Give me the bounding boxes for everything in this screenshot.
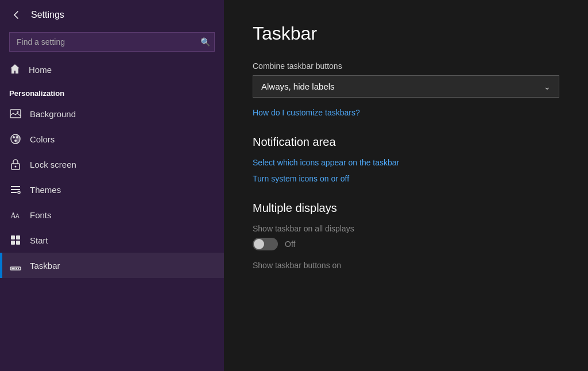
sidebar-item-fonts[interactable]: A A Fonts: [0, 202, 224, 227]
themes-label: Themes: [30, 185, 61, 195]
background-label: Background: [30, 109, 76, 119]
personalization-section-label: Personalization: [0, 83, 224, 101]
search-icon[interactable]: 🔍: [200, 37, 210, 47]
page-title: Taskbar: [253, 23, 559, 44]
sidebar-item-colors[interactable]: Colors: [0, 126, 224, 152]
search-input[interactable]: [9, 32, 215, 52]
fonts-label: Fonts: [30, 210, 52, 220]
colors-label: Colors: [30, 134, 55, 144]
svg-point-3: [13, 136, 15, 138]
multiple-displays-section: Multiple displays Show taskbar on all di…: [253, 202, 559, 270]
taskbar-label: Taskbar: [30, 261, 60, 270]
svg-rect-18: [16, 268, 17, 269]
customize-taskbars-link[interactable]: How do I customize taskbars?: [253, 108, 559, 117]
svg-rect-19: [18, 268, 19, 269]
svg-point-7: [15, 166, 17, 168]
home-icon: [9, 63, 21, 76]
svg-point-8: [18, 191, 20, 194]
start-label: Start: [30, 235, 48, 245]
search-box[interactable]: 🔍: [9, 32, 215, 52]
svg-rect-13: [11, 241, 15, 245]
svg-text:A: A: [16, 213, 20, 219]
dropdown-value: Always, hide labels: [261, 82, 335, 91]
back-button[interactable]: [9, 8, 23, 22]
home-label: Home: [29, 65, 52, 75]
select-icons-link[interactable]: Select which icons appear on the taskbar: [253, 158, 559, 167]
combine-label: Combine taskbar buttons: [253, 61, 559, 71]
colors-icon: [9, 133, 22, 145]
show-taskbar-label: Show taskbar on all displays: [253, 224, 559, 233]
lock-icon: [9, 159, 22, 170]
notification-heading: Notification area: [253, 136, 559, 149]
sidebar-item-start[interactable]: Start: [0, 227, 224, 253]
svg-point-1: [17, 111, 19, 113]
combine-dropdown[interactable]: Always, hide labels ⌄: [253, 75, 559, 98]
sidebar-item-taskbar[interactable]: Taskbar: [0, 253, 224, 278]
sidebar-title: Settings: [31, 10, 64, 20]
combine-section: Combine taskbar buttons Always, hide lab…: [253, 61, 559, 117]
svg-rect-11: [11, 235, 15, 239]
sidebar-item-background[interactable]: Background: [0, 101, 224, 126]
toggle-state-label: Off: [285, 239, 295, 249]
fonts-icon: A A: [9, 209, 22, 221]
show-taskbar-toggle[interactable]: [253, 238, 278, 250]
svg-rect-0: [10, 110, 21, 118]
sidebar-item-themes[interactable]: Themes: [0, 177, 224, 202]
svg-point-5: [14, 140, 17, 142]
svg-rect-12: [16, 235, 20, 239]
chevron-down-icon: ⌄: [544, 82, 551, 91]
toggle-row: Off: [253, 238, 559, 250]
svg-rect-16: [11, 268, 14, 269]
svg-rect-17: [14, 268, 16, 269]
sidebar: Settings 🔍 Home Personalization Backgrou…: [0, 0, 224, 371]
sidebar-header: Settings: [0, 0, 224, 30]
svg-point-4: [16, 136, 18, 138]
notification-section: Notification area Select which icons app…: [253, 136, 559, 183]
multiple-displays-heading: Multiple displays: [253, 202, 559, 215]
themes-icon: [9, 184, 22, 195]
background-icon: [9, 108, 22, 119]
svg-rect-14: [16, 241, 20, 245]
taskbar-icon: [9, 260, 22, 271]
turn-system-icons-link[interactable]: Turn system icons on or off: [253, 174, 559, 183]
sidebar-item-lock-screen[interactable]: Lock screen: [0, 152, 224, 177]
show-taskbar-buttons-label: Show taskbar buttons on: [253, 261, 559, 270]
start-icon: [9, 234, 22, 246]
home-nav-item[interactable]: Home: [0, 56, 224, 83]
main-content: Taskbar Combine taskbar buttons Always, …: [224, 0, 588, 371]
lock-screen-label: Lock screen: [30, 160, 76, 169]
